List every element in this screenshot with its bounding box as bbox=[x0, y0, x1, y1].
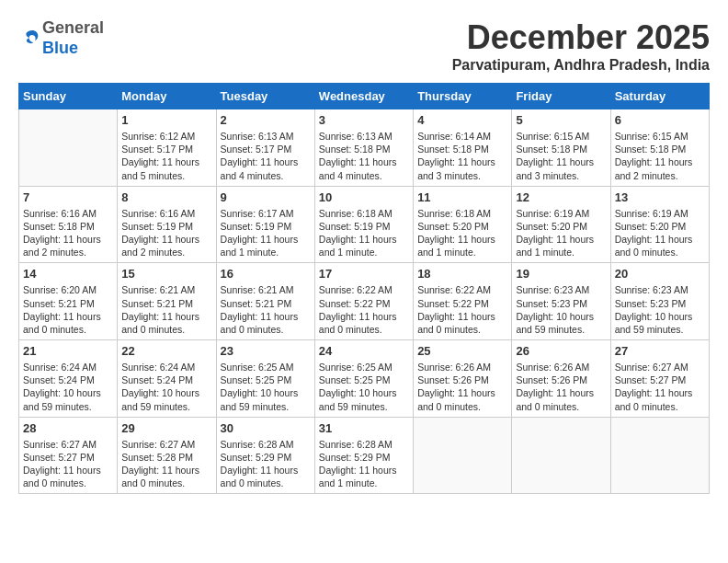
day-info: Sunrise: 6:22 AMSunset: 5:22 PMDaylight:… bbox=[319, 283, 409, 336]
day-number: 22 bbox=[121, 344, 211, 358]
day-number: 31 bbox=[319, 421, 409, 435]
calendar-cell: 1Sunrise: 6:12 AMSunset: 5:17 PMDaylight… bbox=[118, 109, 216, 187]
day-number: 29 bbox=[121, 421, 211, 435]
calendar-table: Sunday Monday Tuesday Wednesday Thursday… bbox=[18, 83, 710, 494]
calendar-cell: 31Sunrise: 6:28 AMSunset: 5:29 PMDayligh… bbox=[314, 417, 413, 494]
col-tuesday: Tuesday bbox=[216, 84, 314, 109]
day-number: 10 bbox=[319, 190, 409, 204]
day-info: Sunrise: 6:16 AMSunset: 5:18 PMDaylight:… bbox=[23, 207, 113, 259]
day-info: Sunrise: 6:24 AMSunset: 5:24 PMDaylight:… bbox=[121, 361, 211, 413]
day-number: 12 bbox=[516, 190, 606, 204]
calendar-cell: 24Sunrise: 6:25 AMSunset: 5:25 PMDayligh… bbox=[314, 340, 413, 418]
day-number: 14 bbox=[23, 267, 113, 281]
day-info: Sunrise: 6:25 AMSunset: 5:25 PMDaylight:… bbox=[221, 361, 311, 413]
calendar-cell: 18Sunrise: 6:22 AMSunset: 5:22 PMDayligh… bbox=[414, 263, 512, 340]
day-number: 9 bbox=[221, 190, 311, 204]
day-number: 27 bbox=[615, 344, 705, 358]
day-info: Sunrise: 6:23 AMSunset: 5:23 PMDaylight:… bbox=[615, 283, 705, 336]
calendar-cell: 19Sunrise: 6:23 AMSunset: 5:23 PMDayligh… bbox=[512, 263, 610, 340]
location-title: Parvatipuram, Andhra Pradesh, India bbox=[452, 57, 710, 74]
calendar-cell: 25Sunrise: 6:26 AMSunset: 5:26 PMDayligh… bbox=[414, 340, 512, 418]
logo: General Blue bbox=[18, 18, 104, 58]
calendar-cell bbox=[19, 109, 118, 187]
day-info: Sunrise: 6:12 AMSunset: 5:17 PMDaylight:… bbox=[121, 130, 211, 182]
day-info: Sunrise: 6:18 AMSunset: 5:19 PMDaylight:… bbox=[319, 207, 409, 259]
calendar-cell: 7Sunrise: 6:16 AMSunset: 5:18 PMDaylight… bbox=[19, 186, 118, 263]
calendar-cell: 28Sunrise: 6:27 AMSunset: 5:27 PMDayligh… bbox=[19, 417, 118, 494]
logo-general-text: General bbox=[42, 18, 104, 37]
calendar-cell: 12Sunrise: 6:19 AMSunset: 5:20 PMDayligh… bbox=[512, 186, 610, 263]
day-number: 28 bbox=[23, 421, 113, 435]
calendar-cell: 26Sunrise: 6:26 AMSunset: 5:26 PMDayligh… bbox=[512, 340, 610, 418]
day-info: Sunrise: 6:21 AMSunset: 5:21 PMDaylight:… bbox=[121, 283, 211, 336]
day-info: Sunrise: 6:20 AMSunset: 5:21 PMDaylight:… bbox=[23, 283, 113, 336]
day-number: 21 bbox=[23, 344, 113, 358]
day-info: Sunrise: 6:15 AMSunset: 5:18 PMDaylight:… bbox=[615, 130, 705, 182]
day-number: 2 bbox=[221, 113, 311, 127]
logo-blue-text: Blue bbox=[42, 39, 78, 57]
day-info: Sunrise: 6:24 AMSunset: 5:24 PMDaylight:… bbox=[23, 361, 113, 413]
calendar-cell: 29Sunrise: 6:27 AMSunset: 5:28 PMDayligh… bbox=[118, 417, 216, 494]
calendar-cell: 22Sunrise: 6:24 AMSunset: 5:24 PMDayligh… bbox=[118, 340, 216, 418]
calendar-cell: 6Sunrise: 6:15 AMSunset: 5:18 PMDaylight… bbox=[610, 109, 709, 187]
logo-bird-icon bbox=[20, 28, 42, 50]
calendar-cell: 27Sunrise: 6:27 AMSunset: 5:27 PMDayligh… bbox=[610, 340, 709, 418]
calendar-cell: 30Sunrise: 6:28 AMSunset: 5:29 PMDayligh… bbox=[216, 417, 314, 494]
day-number: 11 bbox=[417, 190, 507, 204]
day-info: Sunrise: 6:21 AMSunset: 5:21 PMDaylight:… bbox=[221, 283, 311, 336]
calendar-cell: 16Sunrise: 6:21 AMSunset: 5:21 PMDayligh… bbox=[216, 263, 314, 340]
calendar-cell: 3Sunrise: 6:13 AMSunset: 5:18 PMDaylight… bbox=[314, 109, 413, 187]
day-number: 19 bbox=[516, 267, 606, 281]
calendar-week-row: 1Sunrise: 6:12 AMSunset: 5:17 PMDaylight… bbox=[19, 109, 710, 187]
calendar-cell bbox=[512, 417, 610, 494]
calendar-cell: 23Sunrise: 6:25 AMSunset: 5:25 PMDayligh… bbox=[216, 340, 314, 418]
day-number: 25 bbox=[417, 344, 507, 358]
day-info: Sunrise: 6:28 AMSunset: 5:29 PMDaylight:… bbox=[319, 438, 409, 490]
col-thursday: Thursday bbox=[414, 84, 512, 109]
col-friday: Friday bbox=[512, 84, 610, 109]
day-number: 15 bbox=[121, 267, 211, 281]
day-info: Sunrise: 6:16 AMSunset: 5:19 PMDaylight:… bbox=[121, 207, 211, 259]
day-number: 17 bbox=[319, 267, 409, 281]
calendar-cell: 4Sunrise: 6:14 AMSunset: 5:18 PMDaylight… bbox=[414, 109, 512, 187]
day-number: 16 bbox=[221, 267, 311, 281]
day-number: 23 bbox=[221, 344, 311, 358]
day-number: 7 bbox=[23, 190, 113, 204]
day-number: 6 bbox=[615, 113, 705, 127]
day-info: Sunrise: 6:19 AMSunset: 5:20 PMDaylight:… bbox=[615, 207, 705, 259]
day-number: 3 bbox=[319, 113, 409, 127]
day-info: Sunrise: 6:17 AMSunset: 5:19 PMDaylight:… bbox=[221, 207, 311, 259]
day-number: 4 bbox=[417, 113, 507, 127]
day-info: Sunrise: 6:22 AMSunset: 5:22 PMDaylight:… bbox=[417, 283, 507, 336]
day-number: 20 bbox=[615, 267, 705, 281]
col-monday: Monday bbox=[118, 84, 216, 109]
calendar-cell: 15Sunrise: 6:21 AMSunset: 5:21 PMDayligh… bbox=[118, 263, 216, 340]
day-number: 30 bbox=[221, 421, 311, 435]
month-title: December 2025 bbox=[452, 18, 710, 57]
day-info: Sunrise: 6:26 AMSunset: 5:26 PMDaylight:… bbox=[417, 361, 507, 413]
col-sunday: Sunday bbox=[19, 84, 118, 109]
col-wednesday: Wednesday bbox=[314, 84, 413, 109]
day-info: Sunrise: 6:27 AMSunset: 5:27 PMDaylight:… bbox=[615, 361, 705, 413]
day-number: 5 bbox=[516, 113, 606, 127]
day-number: 24 bbox=[319, 344, 409, 358]
day-info: Sunrise: 6:23 AMSunset: 5:23 PMDaylight:… bbox=[516, 283, 606, 336]
day-info: Sunrise: 6:27 AMSunset: 5:27 PMDaylight:… bbox=[23, 438, 113, 490]
day-info: Sunrise: 6:26 AMSunset: 5:26 PMDaylight:… bbox=[516, 361, 606, 413]
calendar-cell: 2Sunrise: 6:13 AMSunset: 5:17 PMDaylight… bbox=[216, 109, 314, 187]
day-info: Sunrise: 6:14 AMSunset: 5:18 PMDaylight:… bbox=[417, 130, 507, 182]
calendar-cell: 14Sunrise: 6:20 AMSunset: 5:21 PMDayligh… bbox=[19, 263, 118, 340]
calendar-cell: 17Sunrise: 6:22 AMSunset: 5:22 PMDayligh… bbox=[314, 263, 413, 340]
calendar-cell: 10Sunrise: 6:18 AMSunset: 5:19 PMDayligh… bbox=[314, 186, 413, 263]
day-number: 1 bbox=[121, 113, 211, 127]
day-info: Sunrise: 6:18 AMSunset: 5:20 PMDaylight:… bbox=[417, 207, 507, 259]
page-header: General Blue December 2025 Parvatipuram,… bbox=[18, 18, 710, 74]
day-info: Sunrise: 6:13 AMSunset: 5:17 PMDaylight:… bbox=[221, 130, 311, 182]
day-info: Sunrise: 6:27 AMSunset: 5:28 PMDaylight:… bbox=[121, 438, 211, 490]
calendar-cell: 13Sunrise: 6:19 AMSunset: 5:20 PMDayligh… bbox=[610, 186, 709, 263]
day-info: Sunrise: 6:28 AMSunset: 5:29 PMDaylight:… bbox=[221, 438, 311, 490]
title-block: December 2025 Parvatipuram, Andhra Prade… bbox=[452, 18, 710, 74]
calendar-week-row: 28Sunrise: 6:27 AMSunset: 5:27 PMDayligh… bbox=[19, 417, 710, 494]
day-number: 18 bbox=[417, 267, 507, 281]
day-info: Sunrise: 6:15 AMSunset: 5:18 PMDaylight:… bbox=[516, 130, 606, 182]
